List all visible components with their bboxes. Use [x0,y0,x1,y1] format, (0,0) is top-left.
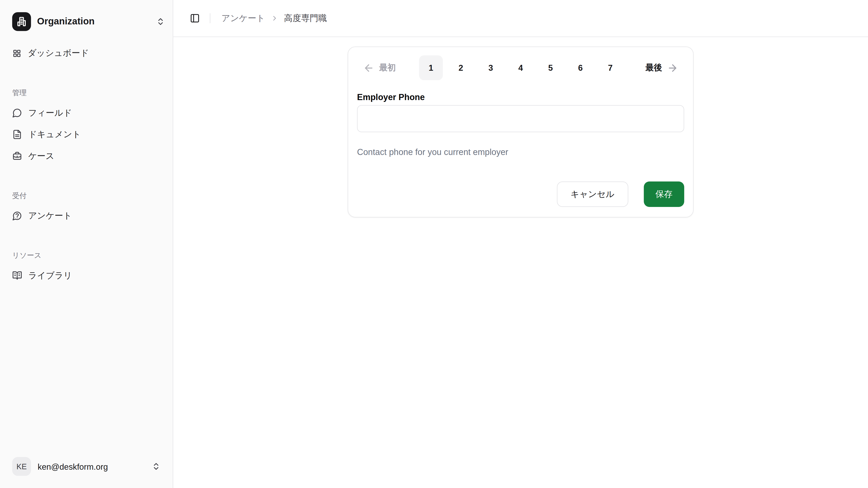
page-button-4[interactable]: 4 [509,55,532,80]
sidebar-item-label: ドキュメント [28,129,81,140]
topbar: アンケート 高度専門職 [174,0,868,37]
sidebar: Organization ダッシュボード 管理 [0,0,174,488]
chevron-right-icon [271,14,278,22]
pagination-last-label: 最後 [646,63,662,73]
pagination-pages: 1 2 3 4 5 6 7 [419,55,622,80]
field-block: Employer Phone Contact phone for you cur… [357,80,684,157]
page-button-1[interactable]: 1 [419,55,443,80]
breadcrumb: アンケート 高度専門職 [221,12,327,24]
sidebar-item-label: フィールド [28,107,72,119]
cancel-button[interactable]: キャンセル [557,182,628,207]
breadcrumb-item-surveys[interactable]: アンケート [221,12,265,24]
section-label: 管理 [8,83,165,103]
pagination: 最初 1 2 3 4 5 6 7 最後 [357,55,684,80]
field-help-text: Contact phone for you current employer [357,147,684,157]
org-switcher[interactable]: Organization [0,0,173,35]
divider [210,13,210,23]
org-logo [12,12,31,31]
user-menu[interactable]: KE ken@deskform.org [8,453,165,480]
page-button-5[interactable]: 5 [539,55,562,80]
employer-phone-input[interactable] [357,105,684,132]
arrow-left-icon [363,62,374,73]
sidebar-footer: KE ken@deskform.org [0,446,173,488]
sidebar-item-cases[interactable]: ケース [8,146,165,166]
chevrons-up-down-icon [152,462,160,471]
question-card: 最初 1 2 3 4 5 6 7 最後 [348,46,694,218]
briefcase-icon [12,151,22,161]
sidebar-section-resources: リソース ライブラリ [8,246,165,285]
sidebar-item-label: ダッシュボード [28,47,89,59]
section-label: リソース [8,246,165,265]
section-label: 受付 [8,186,165,206]
file-text-icon [12,129,22,139]
message-circle-icon [12,108,22,118]
pagination-first-label: 最初 [379,63,396,73]
app-window: Organization ダッシュボード 管理 [0,0,868,488]
chevrons-up-down-icon [156,17,165,26]
card-actions: キャンセル 保存 [357,182,684,207]
save-button[interactable]: 保存 [644,182,684,207]
avatar: KE [12,457,31,476]
sidebar-section-intake: 受付 アンケート [8,186,165,226]
book-open-icon [12,271,22,281]
main-area: アンケート 高度専門職 最初 1 [174,0,868,488]
sidebar-item-surveys[interactable]: アンケート [8,206,165,226]
sidebar-section-admin: 管理 フィールド ドキュメント [8,83,165,166]
breadcrumb-item-current: 高度専門職 [284,12,327,24]
pagination-last-button[interactable]: 最後 [646,62,678,73]
panel-left-icon [190,13,200,23]
message-circle-question-icon [12,211,22,221]
page-button-2[interactable]: 2 [449,55,473,80]
user-email: ken@deskform.org [38,462,145,471]
sidebar-item-documents[interactable]: ドキュメント [8,125,165,144]
page-button-7[interactable]: 7 [598,55,622,80]
field-label: Employer Phone [357,92,684,102]
building-icon [16,16,27,27]
page-button-3[interactable]: 3 [479,55,502,80]
sidebar-item-library[interactable]: ライブラリ [8,266,165,286]
sidebar-item-label: ライブラリ [28,270,72,281]
sidebar-item-label: アンケート [28,210,72,221]
dashboard-icon [12,48,22,58]
sidebar-item-label: ケース [28,150,55,162]
page-content: 最初 1 2 3 4 5 6 7 最後 [174,37,868,488]
page-button-6[interactable]: 6 [568,55,592,80]
sidebar-toggle-button[interactable] [186,10,203,26]
sidebar-item-fields[interactable]: フィールド [8,103,165,123]
sidebar-nav: ダッシュボード 管理 フィールド ドキュメント [0,35,173,286]
org-name: Organization [37,16,150,27]
sidebar-item-dashboard[interactable]: ダッシュボード [8,43,165,63]
arrow-right-icon [667,62,678,73]
pagination-first-button[interactable]: 最初 [363,62,396,73]
